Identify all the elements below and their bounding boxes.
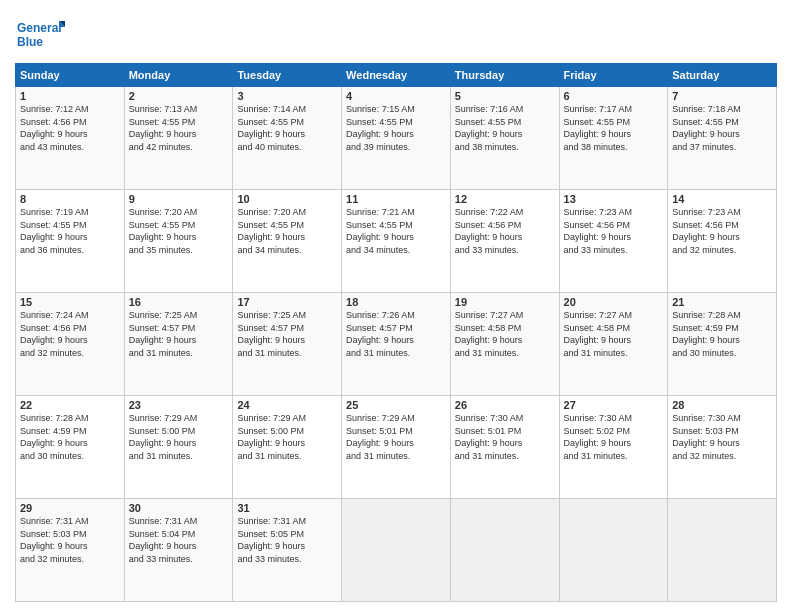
day-info: Sunrise: 7:20 AM Sunset: 4:55 PM Dayligh… <box>129 206 229 256</box>
day-info: Sunrise: 7:17 AM Sunset: 4:55 PM Dayligh… <box>564 103 664 153</box>
weekday-header-friday: Friday <box>559 64 668 87</box>
day-info: Sunrise: 7:29 AM Sunset: 5:01 PM Dayligh… <box>346 412 446 462</box>
day-cell: 18Sunrise: 7:26 AM Sunset: 4:57 PM Dayli… <box>342 293 451 396</box>
day-number: 10 <box>237 193 337 205</box>
day-cell: 28Sunrise: 7:30 AM Sunset: 5:03 PM Dayli… <box>668 396 777 499</box>
day-info: Sunrise: 7:12 AM Sunset: 4:56 PM Dayligh… <box>20 103 120 153</box>
header: General Blue <box>15 15 777 55</box>
day-cell: 21Sunrise: 7:28 AM Sunset: 4:59 PM Dayli… <box>668 293 777 396</box>
day-cell: 20Sunrise: 7:27 AM Sunset: 4:58 PM Dayli… <box>559 293 668 396</box>
svg-text:General: General <box>17 21 62 35</box>
day-cell: 1Sunrise: 7:12 AM Sunset: 4:56 PM Daylig… <box>16 87 125 190</box>
page: General Blue SundayMondayTuesdayWednesda… <box>0 0 792 612</box>
day-info: Sunrise: 7:26 AM Sunset: 4:57 PM Dayligh… <box>346 309 446 359</box>
weekday-header-sunday: Sunday <box>16 64 125 87</box>
svg-text:Blue: Blue <box>17 35 43 49</box>
day-info: Sunrise: 7:27 AM Sunset: 4:58 PM Dayligh… <box>455 309 555 359</box>
day-info: Sunrise: 7:25 AM Sunset: 4:57 PM Dayligh… <box>129 309 229 359</box>
day-info: Sunrise: 7:31 AM Sunset: 5:03 PM Dayligh… <box>20 515 120 565</box>
day-info: Sunrise: 7:20 AM Sunset: 4:55 PM Dayligh… <box>237 206 337 256</box>
day-cell: 2Sunrise: 7:13 AM Sunset: 4:55 PM Daylig… <box>124 87 233 190</box>
day-number: 15 <box>20 296 120 308</box>
day-number: 18 <box>346 296 446 308</box>
day-cell: 8Sunrise: 7:19 AM Sunset: 4:55 PM Daylig… <box>16 190 125 293</box>
day-info: Sunrise: 7:16 AM Sunset: 4:55 PM Dayligh… <box>455 103 555 153</box>
day-info: Sunrise: 7:29 AM Sunset: 5:00 PM Dayligh… <box>129 412 229 462</box>
day-info: Sunrise: 7:13 AM Sunset: 4:55 PM Dayligh… <box>129 103 229 153</box>
logo: General Blue <box>15 15 65 55</box>
day-number: 16 <box>129 296 229 308</box>
day-number: 12 <box>455 193 555 205</box>
weekday-header-thursday: Thursday <box>450 64 559 87</box>
day-cell: 12Sunrise: 7:22 AM Sunset: 4:56 PM Dayli… <box>450 190 559 293</box>
day-info: Sunrise: 7:15 AM Sunset: 4:55 PM Dayligh… <box>346 103 446 153</box>
day-cell: 23Sunrise: 7:29 AM Sunset: 5:00 PM Dayli… <box>124 396 233 499</box>
day-cell: 9Sunrise: 7:20 AM Sunset: 4:55 PM Daylig… <box>124 190 233 293</box>
day-info: Sunrise: 7:22 AM Sunset: 4:56 PM Dayligh… <box>455 206 555 256</box>
day-cell: 3Sunrise: 7:14 AM Sunset: 4:55 PM Daylig… <box>233 87 342 190</box>
day-number: 28 <box>672 399 772 411</box>
calendar-header: SundayMondayTuesdayWednesdayThursdayFrid… <box>16 64 777 87</box>
day-info: Sunrise: 7:14 AM Sunset: 4:55 PM Dayligh… <box>237 103 337 153</box>
logo-svg: General Blue <box>15 15 65 55</box>
day-cell: 17Sunrise: 7:25 AM Sunset: 4:57 PM Dayli… <box>233 293 342 396</box>
week-row-1: 1Sunrise: 7:12 AM Sunset: 4:56 PM Daylig… <box>16 87 777 190</box>
day-number: 6 <box>564 90 664 102</box>
day-info: Sunrise: 7:27 AM Sunset: 4:58 PM Dayligh… <box>564 309 664 359</box>
day-number: 14 <box>672 193 772 205</box>
day-cell <box>559 499 668 602</box>
day-info: Sunrise: 7:25 AM Sunset: 4:57 PM Dayligh… <box>237 309 337 359</box>
day-number: 9 <box>129 193 229 205</box>
day-info: Sunrise: 7:21 AM Sunset: 4:55 PM Dayligh… <box>346 206 446 256</box>
day-number: 21 <box>672 296 772 308</box>
day-cell: 25Sunrise: 7:29 AM Sunset: 5:01 PM Dayli… <box>342 396 451 499</box>
day-cell: 22Sunrise: 7:28 AM Sunset: 4:59 PM Dayli… <box>16 396 125 499</box>
day-cell: 30Sunrise: 7:31 AM Sunset: 5:04 PM Dayli… <box>124 499 233 602</box>
weekday-header-wednesday: Wednesday <box>342 64 451 87</box>
day-cell: 4Sunrise: 7:15 AM Sunset: 4:55 PM Daylig… <box>342 87 451 190</box>
day-number: 31 <box>237 502 337 514</box>
day-cell <box>450 499 559 602</box>
day-info: Sunrise: 7:24 AM Sunset: 4:56 PM Dayligh… <box>20 309 120 359</box>
day-number: 4 <box>346 90 446 102</box>
day-number: 5 <box>455 90 555 102</box>
day-number: 17 <box>237 296 337 308</box>
day-info: Sunrise: 7:23 AM Sunset: 4:56 PM Dayligh… <box>564 206 664 256</box>
day-info: Sunrise: 7:30 AM Sunset: 5:03 PM Dayligh… <box>672 412 772 462</box>
day-number: 2 <box>129 90 229 102</box>
day-number: 26 <box>455 399 555 411</box>
day-cell: 31Sunrise: 7:31 AM Sunset: 5:05 PM Dayli… <box>233 499 342 602</box>
day-number: 25 <box>346 399 446 411</box>
day-cell: 29Sunrise: 7:31 AM Sunset: 5:03 PM Dayli… <box>16 499 125 602</box>
day-info: Sunrise: 7:31 AM Sunset: 5:04 PM Dayligh… <box>129 515 229 565</box>
day-number: 8 <box>20 193 120 205</box>
day-cell: 6Sunrise: 7:17 AM Sunset: 4:55 PM Daylig… <box>559 87 668 190</box>
day-info: Sunrise: 7:29 AM Sunset: 5:00 PM Dayligh… <box>237 412 337 462</box>
day-cell: 27Sunrise: 7:30 AM Sunset: 5:02 PM Dayli… <box>559 396 668 499</box>
day-number: 1 <box>20 90 120 102</box>
day-cell: 24Sunrise: 7:29 AM Sunset: 5:00 PM Dayli… <box>233 396 342 499</box>
calendar: SundayMondayTuesdayWednesdayThursdayFrid… <box>15 63 777 602</box>
day-cell: 7Sunrise: 7:18 AM Sunset: 4:55 PM Daylig… <box>668 87 777 190</box>
day-cell <box>668 499 777 602</box>
day-info: Sunrise: 7:30 AM Sunset: 5:02 PM Dayligh… <box>564 412 664 462</box>
day-cell: 16Sunrise: 7:25 AM Sunset: 4:57 PM Dayli… <box>124 293 233 396</box>
day-cell: 26Sunrise: 7:30 AM Sunset: 5:01 PM Dayli… <box>450 396 559 499</box>
day-info: Sunrise: 7:18 AM Sunset: 4:55 PM Dayligh… <box>672 103 772 153</box>
day-info: Sunrise: 7:30 AM Sunset: 5:01 PM Dayligh… <box>455 412 555 462</box>
day-number: 19 <box>455 296 555 308</box>
weekday-header-tuesday: Tuesday <box>233 64 342 87</box>
day-number: 22 <box>20 399 120 411</box>
weekday-header-monday: Monday <box>124 64 233 87</box>
day-cell: 15Sunrise: 7:24 AM Sunset: 4:56 PM Dayli… <box>16 293 125 396</box>
day-number: 7 <box>672 90 772 102</box>
day-info: Sunrise: 7:23 AM Sunset: 4:56 PM Dayligh… <box>672 206 772 256</box>
day-cell: 5Sunrise: 7:16 AM Sunset: 4:55 PM Daylig… <box>450 87 559 190</box>
day-cell: 11Sunrise: 7:21 AM Sunset: 4:55 PM Dayli… <box>342 190 451 293</box>
day-cell: 10Sunrise: 7:20 AM Sunset: 4:55 PM Dayli… <box>233 190 342 293</box>
week-row-4: 22Sunrise: 7:28 AM Sunset: 4:59 PM Dayli… <box>16 396 777 499</box>
day-number: 29 <box>20 502 120 514</box>
day-cell: 13Sunrise: 7:23 AM Sunset: 4:56 PM Dayli… <box>559 190 668 293</box>
day-number: 3 <box>237 90 337 102</box>
day-info: Sunrise: 7:31 AM Sunset: 5:05 PM Dayligh… <box>237 515 337 565</box>
